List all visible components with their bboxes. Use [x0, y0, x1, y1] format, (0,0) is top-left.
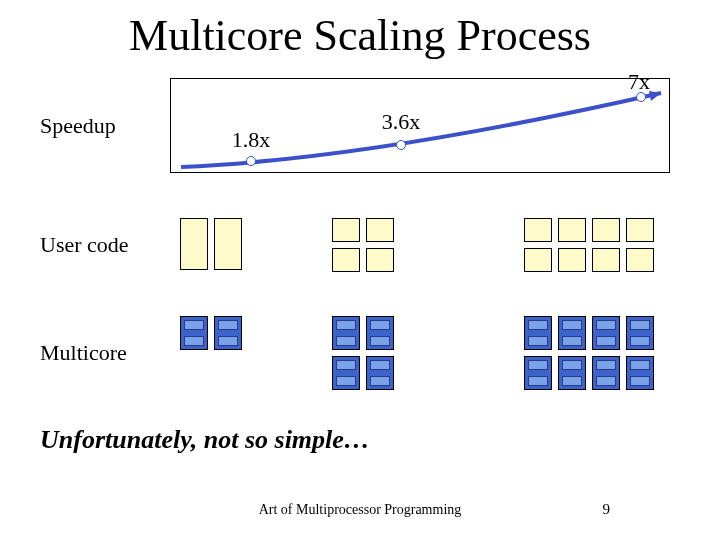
- code-block: [524, 218, 552, 242]
- code-block: [524, 248, 552, 272]
- row-multicore: Multicore: [0, 310, 720, 395]
- code-block: [366, 248, 394, 272]
- cpu-core-icon: [626, 316, 654, 350]
- code-block: [558, 248, 586, 272]
- row-speedup: Speedup: [0, 78, 720, 173]
- code-block: [626, 218, 654, 242]
- code-block: [592, 218, 620, 242]
- row-usercode: User code: [0, 210, 720, 280]
- row-usercode-label: User code: [0, 232, 170, 258]
- cpu-core-icon: [558, 316, 586, 350]
- multicore-group-3: [524, 316, 654, 390]
- code-block: [626, 248, 654, 272]
- cpu-core-icon: [592, 316, 620, 350]
- footer-text: Art of Multiprocessor Programming: [0, 502, 720, 518]
- cpu-core-icon: [524, 316, 552, 350]
- usercode-group-3: [524, 218, 654, 272]
- row-multicore-label: Multicore: [0, 340, 170, 366]
- usercode-group-1: [180, 218, 242, 272]
- cpu-core-icon: [332, 356, 360, 390]
- code-block: [592, 248, 620, 272]
- cpu-core-icon: [180, 316, 208, 350]
- code-block: [332, 248, 360, 272]
- cpu-core-icon: [558, 356, 586, 390]
- cpu-core-icon: [366, 356, 394, 390]
- multicore-group-1: [180, 316, 242, 390]
- usercode-group-2: [332, 218, 394, 272]
- cpu-core-icon: [592, 356, 620, 390]
- cpu-core-icon: [332, 316, 360, 350]
- page-title: Multicore Scaling Process: [0, 0, 720, 61]
- cpu-core-icon: [366, 316, 394, 350]
- multicore-group-2: [332, 316, 394, 390]
- cpu-core-icon: [626, 356, 654, 390]
- code-block: [558, 218, 586, 242]
- code-block: [366, 218, 394, 242]
- code-block: [214, 218, 242, 270]
- page-number: 9: [603, 501, 611, 518]
- code-block: [180, 218, 208, 270]
- code-block: [332, 218, 360, 242]
- caption: Unfortunately, not so simple…: [40, 425, 370, 455]
- row-speedup-label: Speedup: [0, 113, 170, 139]
- cpu-core-icon: [214, 316, 242, 350]
- cpu-core-icon: [524, 356, 552, 390]
